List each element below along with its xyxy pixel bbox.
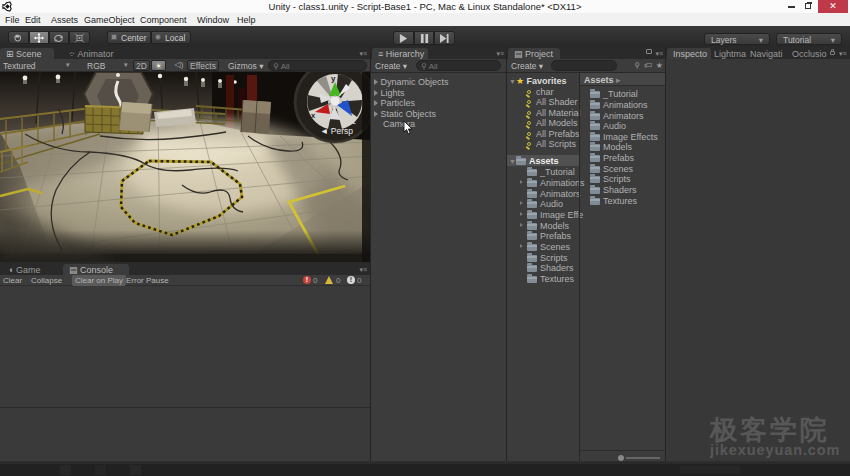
svg-text:z: z: [352, 117, 356, 126]
svg-text:y: y: [331, 74, 336, 83]
svg-text:◄ Persp: ◄ Persp: [320, 126, 353, 136]
